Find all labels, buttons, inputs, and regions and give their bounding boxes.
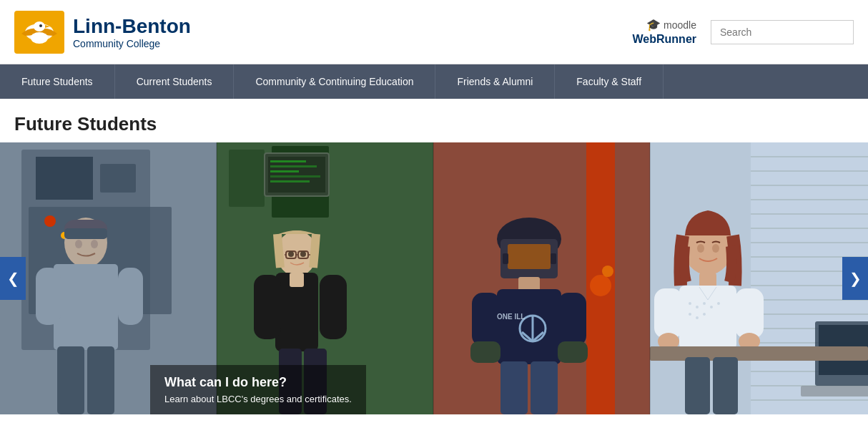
svg-rect-43 — [320, 275, 347, 339]
nav-item-current-students[interactable]: Current Students — [115, 64, 235, 99]
nav-item-community[interactable]: Community & Continuing Education — [234, 64, 435, 99]
svg-rect-8 — [36, 157, 93, 200]
carousel: ONE ILL — [0, 142, 868, 414]
logo-text: Linn-Benton Community College — [73, 15, 191, 49]
svg-point-103 — [696, 316, 699, 319]
svg-rect-46 — [290, 273, 304, 287]
svg-point-49 — [590, 275, 611, 296]
svg-point-11 — [44, 215, 56, 227]
svg-rect-111 — [713, 357, 738, 414]
svg-rect-65 — [558, 341, 588, 363]
svg-rect-9 — [100, 164, 136, 193]
svg-rect-29 — [270, 165, 317, 167]
moodle-label: moodle — [664, 19, 696, 31]
svg-rect-64 — [470, 341, 500, 363]
svg-rect-24 — [229, 150, 265, 207]
carousel-image: ONE ILL — [0, 142, 868, 414]
page-title-area: Future Students — [0, 99, 868, 142]
caption-subtitle: Learn about LBCC's degrees and certifica… — [164, 394, 352, 404]
svg-point-21 — [75, 240, 82, 248]
svg-rect-63 — [558, 293, 586, 346]
logo-area: Linn-Benton Community College — [14, 11, 191, 54]
svg-point-101 — [717, 302, 720, 305]
moodle-hat-icon: 🎓 — [646, 18, 661, 31]
logo-title: Linn-Benton — [73, 15, 191, 38]
svg-point-100 — [710, 306, 713, 308]
svg-point-99 — [703, 302, 706, 305]
svg-point-39 — [288, 251, 294, 257]
header-right: 🎓 moodle WebRunner — [633, 18, 854, 46]
svg-point-4 — [39, 24, 42, 27]
svg-rect-54 — [503, 253, 508, 264]
svg-rect-31 — [270, 175, 320, 177]
moodle-webrunner-links: 🎓 moodle WebRunner — [633, 18, 696, 46]
carousel-next-button[interactable]: ❯ — [842, 257, 868, 300]
logo-bird-icon — [14, 11, 64, 54]
svg-rect-62 — [472, 293, 500, 346]
svg-point-98 — [696, 306, 699, 308]
svg-rect-16 — [54, 264, 118, 350]
nav-item-future-students[interactable]: Future Students — [0, 64, 115, 99]
webrunner-label: WebRunner — [633, 33, 696, 45]
svg-rect-18 — [118, 268, 143, 325]
svg-rect-66 — [500, 361, 528, 414]
svg-point-93 — [697, 244, 704, 253]
svg-rect-105 — [654, 288, 683, 339]
svg-rect-15 — [64, 228, 107, 239]
nav-item-friends[interactable]: Friends & Alumni — [435, 64, 555, 99]
svg-point-22 — [91, 240, 98, 248]
carousel-caption: What can I do here? Learn about LBCC's d… — [150, 365, 366, 414]
page-title: Future Students — [14, 113, 854, 135]
svg-point-102 — [689, 313, 691, 316]
main-nav: Future Students Current Students Communi… — [0, 64, 868, 99]
svg-rect-96 — [679, 286, 736, 350]
svg-rect-17 — [36, 268, 61, 325]
svg-rect-42 — [254, 275, 281, 339]
carousel-prev-button[interactable]: ❮ — [0, 257, 26, 300]
svg-point-104 — [703, 313, 706, 316]
webrunner-link[interactable]: WebRunner — [633, 33, 696, 46]
logo-subtitle: Community College — [73, 38, 191, 49]
svg-rect-57 — [497, 289, 561, 364]
svg-rect-19 — [57, 346, 84, 414]
svg-point-50 — [602, 266, 613, 277]
svg-rect-53 — [508, 244, 551, 269]
site-header: Linn-Benton Community College 🎓 moodle W… — [0, 0, 868, 64]
nav-item-faculty[interactable]: Faculty & Staff — [555, 64, 664, 99]
caption-title: What can I do here? — [164, 375, 352, 390]
svg-rect-67 — [531, 361, 558, 414]
moodle-link[interactable]: 🎓 moodle — [646, 18, 696, 31]
svg-text:ONE ILL: ONE ILL — [497, 313, 525, 321]
svg-rect-109 — [650, 346, 868, 361]
svg-rect-30 — [270, 170, 299, 172]
svg-point-5 — [31, 32, 48, 44]
svg-rect-28 — [270, 160, 306, 162]
svg-rect-55 — [551, 253, 556, 264]
svg-rect-106 — [735, 288, 764, 339]
svg-rect-110 — [685, 357, 710, 414]
svg-point-2 — [34, 21, 45, 31]
svg-rect-20 — [87, 346, 114, 414]
svg-point-40 — [300, 251, 306, 257]
svg-rect-32 — [270, 180, 310, 183]
search-input[interactable] — [711, 20, 854, 44]
svg-point-94 — [712, 244, 719, 253]
svg-rect-91 — [801, 386, 868, 396]
svg-point-97 — [689, 302, 691, 305]
